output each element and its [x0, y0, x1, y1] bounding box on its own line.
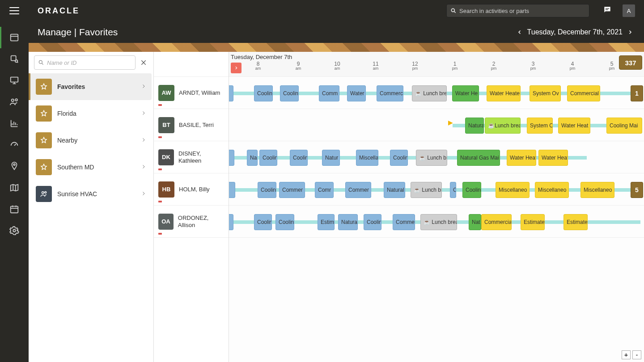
- task-block[interactable]: Coolin: [364, 214, 381, 230]
- close-icon[interactable]: [139, 58, 148, 67]
- task-block[interactable]: Comme: [393, 214, 415, 230]
- nav-gauge[interactable]: [0, 134, 29, 156]
- hour-label: 4pm: [566, 61, 579, 71]
- task-block[interactable]: Coolin: [254, 214, 272, 230]
- resource-row[interactable]: BTBASILE, Terri: [154, 109, 229, 141]
- task-block[interactable]: Miscellaneo: [496, 182, 530, 198]
- resource-avatar: BT: [158, 117, 174, 133]
- task-block[interactable]: Natural Gas Mai: [457, 150, 500, 166]
- task-block[interactable]: ☕Lunch brea: [485, 118, 521, 134]
- task-block[interactable]: eh: [229, 182, 235, 198]
- favorites-item[interactable]: Florida: [30, 100, 152, 127]
- task-block[interactable]: Natura: [465, 118, 484, 134]
- messages-icon[interactable]: [603, 5, 612, 16]
- task-block[interactable]: Commercial: [567, 85, 600, 101]
- zoom-in[interactable]: +: [622, 350, 631, 359]
- task-block[interactable]: Estimate: [564, 214, 588, 230]
- task-block[interactable]: Miscella: [356, 150, 378, 166]
- task-block[interactable]: C: [450, 182, 456, 198]
- task-block[interactable]: Commer: [279, 182, 305, 198]
- svg-point-13: [42, 192, 44, 194]
- task-block[interactable]: Water Heat: [507, 150, 536, 166]
- task-block[interactable]: ☕ Lunch bre: [416, 150, 447, 166]
- date-display[interactable]: Tuesday, December 7th, 2021: [527, 28, 623, 36]
- task-block[interactable]: Coolin: [259, 150, 277, 166]
- favorites-item-label: Florida: [57, 110, 136, 117]
- task-block[interactable]: Coolin: [254, 85, 273, 101]
- task-block[interactable]: Natur: [322, 150, 340, 166]
- task-block[interactable]: Estimate: [521, 214, 545, 230]
- date-prev[interactable]: [515, 27, 525, 37]
- task-block[interactable]: Water Heate: [487, 85, 521, 101]
- task-block[interactable]: Cooling: [275, 214, 294, 230]
- resource-row[interactable]: AWARNDT, William: [154, 77, 229, 109]
- task-block[interactable]: Miscellaneo: [580, 182, 614, 198]
- task-block[interactable]: Coolin: [280, 85, 299, 101]
- favorites-item[interactable]: Favorites: [30, 73, 152, 100]
- date-next[interactable]: [625, 27, 635, 37]
- task-block[interactable]: Cooling Mai: [606, 118, 642, 134]
- sidebar-nav: [0, 0, 29, 362]
- task-block[interactable]: Comr: [315, 182, 334, 198]
- resource-name: DISNEY, Kathleen: [178, 150, 224, 164]
- task-block[interactable]: Na: [247, 150, 258, 166]
- task-block[interactable]: Commer: [345, 182, 371, 198]
- nav-chart[interactable]: [0, 113, 29, 134]
- task-block[interactable]: ☕ Lunch bre: [411, 182, 442, 198]
- global-search[interactable]: [446, 4, 589, 17]
- nav-monitor[interactable]: [0, 70, 29, 91]
- task-block[interactable]: Estim: [318, 214, 335, 230]
- task-block[interactable]: Cooling: [258, 182, 276, 198]
- status-dot: [158, 168, 162, 170]
- task-block[interactable]: h: [229, 85, 233, 101]
- task-block[interactable]: Coolin: [462, 182, 481, 198]
- task-block[interactable]: ☕ Lunch brea: [412, 85, 447, 101]
- lane-count-badge[interactable]: 1: [631, 85, 643, 101]
- task-block[interactable]: Water He: [452, 85, 479, 101]
- favorites-item[interactable]: Nearby: [30, 127, 152, 154]
- task-block[interactable]: Water: [347, 85, 366, 101]
- status-dot: [158, 201, 162, 202]
- task-block[interactable]: System Ov: [530, 85, 561, 101]
- task-block[interactable]: Coolin: [390, 150, 408, 166]
- task-block[interactable]: Water Heat: [538, 150, 568, 166]
- task-block[interactable]: Comm: [319, 85, 339, 101]
- task-block[interactable]: ☕ Lunch brea: [420, 214, 457, 230]
- resource-row[interactable]: HBHOLM, Billy: [154, 173, 229, 206]
- hamburger-menu-icon[interactable]: [9, 7, 19, 14]
- timeline-jump-button[interactable]: [231, 63, 242, 73]
- task-block[interactable]: Nat: [469, 214, 481, 230]
- task-block[interactable]: Natural: [384, 182, 405, 198]
- task-block[interactable]: t: [229, 214, 233, 230]
- task-block[interactable]: Commercia: [481, 214, 512, 230]
- task-block[interactable]: [229, 150, 234, 166]
- task-block[interactable]: Commerc: [377, 85, 403, 101]
- nav-calendar[interactable]: [0, 198, 29, 220]
- task-block[interactable]: Water Heat: [558, 118, 590, 134]
- favorites-search[interactable]: [34, 55, 136, 70]
- nav-location[interactable]: [0, 156, 29, 177]
- resource-name: HOLM, Billy: [179, 186, 210, 193]
- nav-settings[interactable]: [0, 220, 29, 241]
- resource-row[interactable]: DKDISNEY, Kathleen: [154, 141, 229, 173]
- nav-search-activity[interactable]: [0, 48, 29, 70]
- nav-dashboard[interactable]: [0, 27, 29, 48]
- chevron-right-icon: [141, 109, 146, 118]
- task-block[interactable]: System O: [527, 118, 553, 134]
- nav-map[interactable]: [0, 177, 29, 198]
- resource-row[interactable]: OAORDONEZ, Allison: [154, 206, 229, 238]
- task-block[interactable]: Miscellaneo: [535, 182, 569, 198]
- hour-label: 11am: [369, 61, 382, 71]
- user-avatar[interactable]: A: [623, 4, 635, 17]
- activity-count-badge[interactable]: 337: [619, 55, 642, 70]
- task-block[interactable]: Natura: [338, 214, 358, 230]
- zoom-out[interactable]: -: [632, 350, 641, 359]
- favorites-search-input[interactable]: [47, 59, 131, 66]
- nav-people[interactable]: [0, 91, 29, 113]
- favorites-item[interactable]: Southern MD: [30, 154, 152, 181]
- task-block[interactable]: Coolin: [290, 150, 308, 166]
- favorites-item[interactable]: Sunrise HVAC: [30, 181, 152, 207]
- lane-count-badge[interactable]: 5: [631, 182, 643, 198]
- global-search-input[interactable]: [459, 8, 585, 14]
- chevron-right-icon: [141, 83, 146, 91]
